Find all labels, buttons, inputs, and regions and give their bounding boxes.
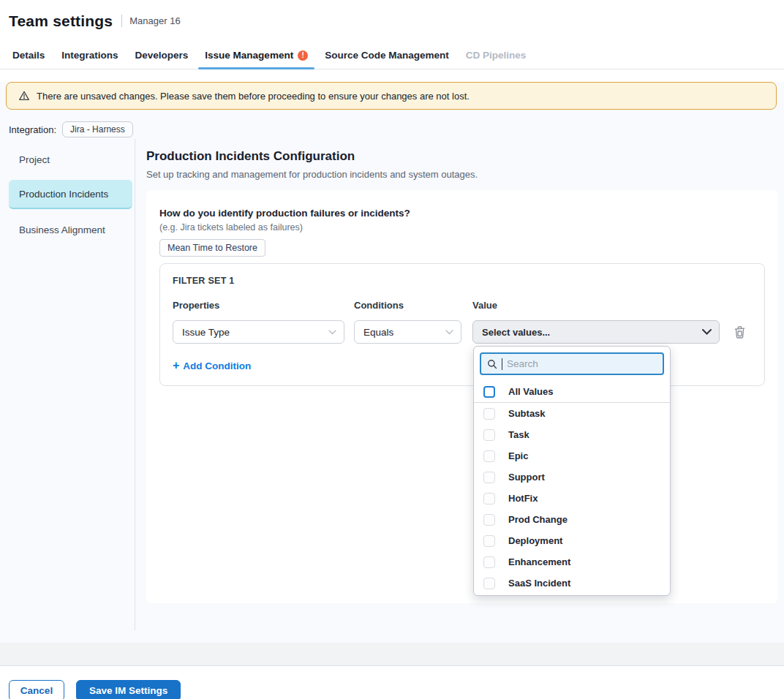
option-checkbox[interactable] — [483, 578, 495, 589]
config-hint: (e.g. Jira tickets labeled as failures) — [159, 222, 765, 233]
option-checkbox[interactable] — [483, 450, 495, 462]
bottom-spacer — [0, 643, 784, 666]
delete-filter-button[interactable] — [734, 326, 745, 339]
tab-details[interactable]: Details — [12, 42, 45, 69]
content-row: Project Production Incidents Business Al… — [0, 139, 784, 630]
option-checkbox[interactable] — [483, 429, 495, 441]
banner-text: There are unsaved changes. Please save t… — [37, 91, 470, 102]
value-option[interactable]: Task — [474, 424, 670, 445]
title-divider — [121, 15, 122, 27]
trash-icon — [734, 326, 745, 339]
sidebar-item-business-alignment[interactable]: Business Alignment — [9, 215, 132, 244]
tab-cd-pipelines: CD Pipelines — [465, 42, 527, 69]
sidebar-item-production-incidents[interactable]: Production Incidents — [9, 180, 132, 209]
text-cursor — [502, 358, 502, 370]
metric-chip[interactable]: Mean Time to Restore — [159, 239, 265, 257]
footer-actions: Cancel Save IM Settings — [0, 666, 784, 699]
cancel-button[interactable]: Cancel — [9, 680, 64, 699]
value-options-list: Subtask Task Epic Support HotFix Prod Ch… — [474, 403, 670, 596]
page-subtitle: Manager 16 — [129, 15, 180, 26]
config-question: How do you identify production failures … — [159, 208, 765, 219]
filter-condition-row: Issue Type Equals Select values... — [173, 320, 752, 344]
chevron-down-icon — [702, 329, 712, 335]
integration-row: Integration: Jira - Harness — [9, 121, 784, 137]
plus-icon: + — [173, 360, 179, 371]
warning-badge-icon: ! — [298, 50, 308, 61]
option-checkbox[interactable] — [483, 556, 495, 568]
property-select[interactable]: Issue Type — [173, 320, 344, 344]
filter-set-box: FILTER SET 1 Properties Conditions Value… — [159, 263, 765, 386]
properties-column-label: Properties — [173, 300, 344, 311]
unsaved-changes-banner: There are unsaved changes. Please save t… — [6, 82, 777, 110]
settings-tabbar: Details Integrations Developers Issue Ma… — [0, 42, 784, 69]
option-checkbox[interactable] — [483, 472, 495, 483]
tab-source-code-management[interactable]: Source Code Management — [324, 42, 450, 69]
page-title: Team settings — [9, 12, 113, 30]
issue-management-section: There are unsaved changes. Please save t… — [0, 82, 784, 643]
value-option[interactable]: Enhancement — [474, 551, 670, 573]
value-option[interactable]: Customer Notification — [474, 594, 670, 596]
tab-integrations[interactable]: Integrations — [61, 42, 118, 69]
conditions-column-label: Conditions — [354, 300, 461, 311]
config-sidebar: Project Production Incidents Business Al… — [0, 139, 135, 630]
incidents-config-card: How do you identify production failures … — [146, 190, 778, 603]
sidebar-item-project[interactable]: Project — [9, 145, 132, 174]
value-option[interactable]: Deployment — [474, 530, 670, 551]
value-option[interactable]: Support — [474, 466, 670, 488]
tab-issue-management[interactable]: Issue Management ! — [204, 42, 309, 69]
all-values-checkbox[interactable] — [483, 386, 495, 398]
value-option[interactable]: Prod Change — [474, 509, 670, 530]
section-description: Set up tracking and management for produ… — [146, 169, 778, 180]
dropdown-search-box[interactable] — [480, 352, 664, 375]
chevron-down-icon — [328, 330, 336, 335]
section-title: Production Incidents Configuration — [146, 149, 778, 164]
value-options-dropdown: All Values Subtask Task Epic Support Hot… — [473, 346, 671, 596]
condition-select[interactable]: Equals — [354, 320, 461, 344]
tab-developers[interactable]: Developers — [135, 42, 189, 69]
value-option[interactable]: HotFix — [474, 488, 670, 509]
search-input[interactable] — [507, 358, 657, 369]
integration-label: Integration: — [9, 124, 56, 135]
save-im-settings-button[interactable]: Save IM Settings — [76, 680, 181, 699]
page-header: Team settings Manager 16 — [0, 0, 784, 42]
warning-triangle-icon — [18, 90, 30, 102]
chevron-down-icon — [445, 330, 453, 335]
value-multiselect[interactable]: Select values... — [472, 320, 720, 344]
option-checkbox[interactable] — [483, 408, 495, 420]
value-option[interactable]: SaaS Incident — [474, 573, 670, 594]
integration-chip[interactable]: Jira - Harness — [62, 121, 133, 137]
add-condition-button[interactable]: + Add Condition — [173, 360, 251, 371]
option-checkbox[interactable] — [483, 535, 495, 547]
option-checkbox[interactable] — [483, 493, 495, 505]
main-panel: Production Incidents Configuration Set u… — [135, 139, 784, 630]
filter-column-labels: Properties Conditions Value — [173, 300, 752, 311]
value-option[interactable]: Subtask — [474, 403, 670, 424]
search-icon — [487, 359, 497, 369]
select-all-option[interactable]: All Values — [474, 381, 670, 403]
value-column-label: Value — [472, 300, 720, 311]
value-option[interactable]: Epic — [474, 445, 670, 466]
filter-set-title: FILTER SET 1 — [173, 276, 752, 286]
option-checkbox[interactable] — [483, 514, 495, 526]
